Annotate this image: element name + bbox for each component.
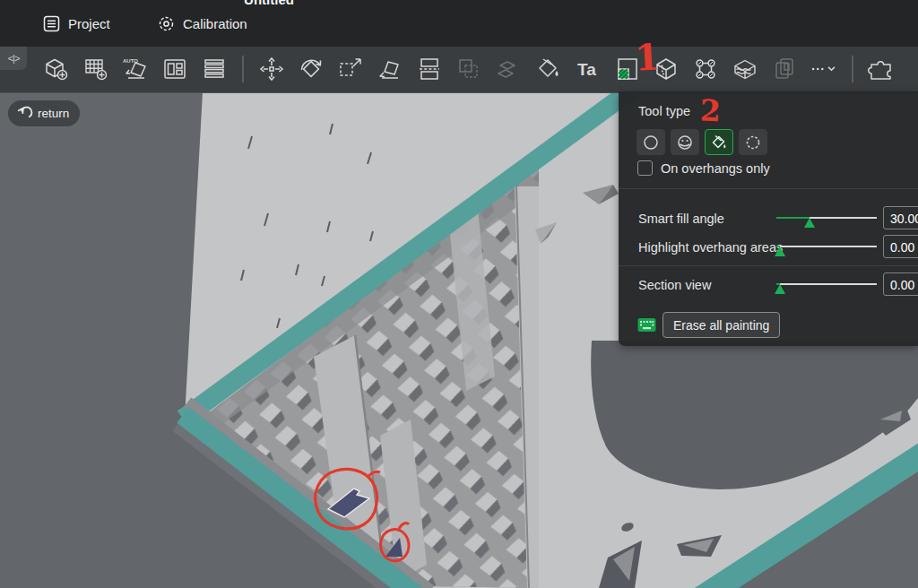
overhangs-only-row: On overhangs only: [637, 160, 770, 176]
add-plate-button[interactable]: [81, 54, 111, 84]
add-cube-icon: [42, 55, 71, 83]
object-list-button[interactable]: [199, 54, 230, 84]
toolbar-separator: [852, 56, 853, 82]
toolbar-separator: [242, 56, 244, 82]
cut-tool-button[interactable]: [414, 54, 445, 84]
arrange-button[interactable]: [160, 54, 190, 84]
top-bar: Untitled Project Calibration: [0, 0, 918, 47]
highlight-overhang-label: Highlight overhang areas: [638, 240, 783, 255]
toolbar: <|> AUTO: [0, 47, 918, 93]
fill-tool-icon: [710, 134, 728, 151]
slider-handle[interactable]: [804, 218, 815, 228]
tab-calibration[interactable]: Calibration: [158, 0, 247, 47]
copies-icon: [770, 55, 799, 83]
paint-bucket-icon: [533, 55, 562, 83]
tab-project[interactable]: Project: [43, 0, 110, 47]
assembly-view-button[interactable]: [866, 54, 896, 84]
variable-layer-button[interactable]: [769, 54, 800, 84]
tool-type-title: Tool type: [638, 104, 690, 118]
arrange-icon: [160, 55, 189, 83]
cut-icon: [415, 55, 444, 83]
slider-handle[interactable]: [775, 246, 785, 256]
tool-sphere-button[interactable]: [671, 129, 699, 155]
overhangs-only-checkbox[interactable]: [637, 160, 653, 176]
highlight-overhang-value[interactable]: 0.00: [883, 235, 918, 258]
puzzle-icon: [866, 55, 896, 83]
tab-calibration-label: Calibration: [183, 16, 247, 31]
clone-button[interactable]: [454, 54, 484, 84]
circle-tool-icon: [642, 134, 660, 151]
fuzzy-skin-icon: [731, 55, 759, 83]
panel-divider: [619, 265, 918, 266]
keyboard-shortcut-icon: [637, 317, 656, 333]
tab-project-label: Project: [68, 16, 110, 31]
gap-fill-tool-icon: [744, 134, 762, 151]
more-tools-button[interactable]: [809, 54, 839, 84]
move-icon: [257, 55, 286, 83]
return-button[interactable]: return: [8, 100, 80, 126]
smart-fill-angle-label: Smart fill angle: [638, 212, 724, 226]
calibration-icon: [158, 15, 175, 32]
lay-on-face-button[interactable]: [375, 54, 405, 84]
support-paint-panel: Tool type: [619, 91, 918, 346]
annotation-step-2: 2: [699, 93, 721, 129]
overhangs-only-label: On overhangs only: [661, 161, 770, 176]
slider-handle[interactable]: [775, 284, 785, 294]
slicer-app: Untitled Project Calibration: [0, 0, 918, 588]
annotation-step-1: 1: [634, 35, 661, 78]
text-tool-icon: Ta: [573, 55, 602, 83]
scale-icon: [336, 55, 365, 83]
fuzzy-skin-button[interactable]: [730, 54, 760, 84]
lay-flat-icon: [376, 55, 404, 83]
return-button-label: return: [38, 107, 69, 120]
corner-handles-icon: [691, 55, 720, 83]
smart-fill-angle-slider[interactable]: [776, 217, 877, 229]
mesh-edit-button[interactable]: [690, 54, 721, 84]
split-button[interactable]: [493, 54, 524, 84]
project-icon: [43, 15, 60, 32]
slider-track: [776, 246, 877, 247]
rotate-tool-button[interactable]: [296, 54, 326, 84]
clone-icon: [455, 55, 483, 83]
scale-tool-button[interactable]: [335, 54, 366, 84]
rotate-icon: [297, 55, 325, 83]
panel-divider: [619, 188, 918, 189]
section-view-slider[interactable]: [776, 283, 877, 296]
highlight-overhang-slider[interactable]: [776, 246, 877, 258]
erase-row: Erase all painting: [637, 312, 780, 338]
undo-arrow-icon: [15, 105, 33, 123]
move-tool-button[interactable]: [256, 54, 287, 84]
auto-orient-icon: AUTO: [121, 55, 150, 83]
list-icon: [200, 55, 229, 83]
split-icon: [494, 55, 523, 83]
tool-type-buttons: [637, 129, 767, 155]
erase-all-painting-button[interactable]: Erase all painting: [663, 312, 780, 338]
section-view-value[interactable]: 0.00: [883, 272, 918, 296]
add-object-button[interactable]: [41, 54, 72, 84]
tool-circle-button[interactable]: [637, 129, 665, 155]
section-view-label: Section view: [638, 278, 711, 292]
text-tool-button[interactable]: Ta: [572, 54, 602, 84]
auto-orient-button[interactable]: AUTO: [120, 54, 151, 84]
sphere-tool-icon: [676, 134, 694, 151]
add-plate-icon: [82, 55, 110, 83]
smart-fill-angle-value[interactable]: 30.00: [883, 206, 918, 229]
tool-fill-button[interactable]: [705, 129, 733, 155]
more-dots-chevron-icon: [809, 55, 839, 83]
svg-text:Ta: Ta: [577, 60, 596, 79]
slider-track: [776, 283, 877, 285]
color-paint-button[interactable]: [533, 54, 563, 84]
sidebar-collapse-toggle[interactable]: <|>: [0, 47, 27, 70]
tool-gap-fill-button[interactable]: [739, 129, 767, 155]
